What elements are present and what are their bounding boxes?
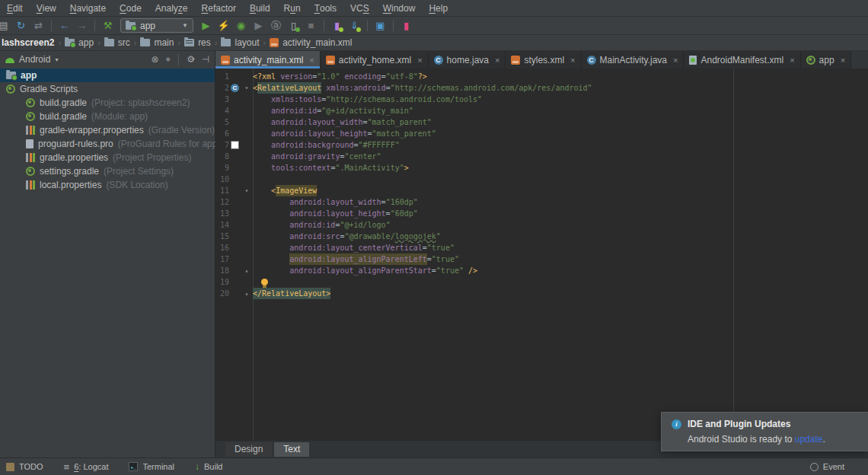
tree-item-settings-gradle[interactable]: settings.gradle(Project Settings) <box>0 164 215 178</box>
code-line: 16 android:layout_centerVertical="true" <box>215 242 868 253</box>
editor-mode-design[interactable]: Design <box>225 442 272 457</box>
run-icon[interactable]: ▶ <box>197 18 215 33</box>
tree-item-build-gradle[interactable]: build.gradle(Module: app) <box>0 110 215 123</box>
close-icon[interactable]: × <box>417 56 422 65</box>
attach-debugger-icon[interactable]: ▯ <box>285 18 302 33</box>
project-view-title[interactable]: Android <box>19 54 50 65</box>
tab-AndroidManifest-xml[interactable]: AndroidManifest.xml× <box>684 51 800 69</box>
terminal-icon <box>129 462 138 471</box>
sync-project-icon[interactable]: ↻ <box>12 18 30 33</box>
hide-panel-icon[interactable]: ⊣ <box>202 54 209 65</box>
menu-vcs[interactable]: VCS <box>343 0 376 16</box>
breadcrumb-item-main[interactable]: main <box>139 37 174 48</box>
fold-slot[interactable]: ▾ <box>241 185 253 196</box>
debug-icon[interactable]: ◉ <box>232 18 250 33</box>
gutter-icon-slot <box>229 142 241 148</box>
code-token: tools:context <box>271 162 330 174</box>
profile-icon[interactable]: ▶ <box>250 18 267 33</box>
gradle-icon <box>26 112 35 121</box>
profiler-icon[interactable]: ⓐ <box>267 18 285 33</box>
tree-item-Gradle-Scripts[interactable]: Gradle Scripts <box>0 82 215 96</box>
statusbar-build[interactable]: ↓Build <box>195 461 222 472</box>
tab-activity_home-xml[interactable]: activity_home.xml× <box>321 51 429 69</box>
code-area[interactable]: 1<?xml version="1.0" encoding="utf-8"?>2… <box>215 69 868 440</box>
menu-window[interactable]: Window <box>376 0 423 16</box>
notification-message-text: Android Studio is ready to <box>688 434 795 445</box>
stop-icon[interactable]: ■ <box>302 18 320 33</box>
class-icon: C <box>434 56 443 65</box>
breadcrumb-label: src <box>118 37 130 48</box>
breadcrumb-item-activity_main-xml[interactable]: activity_main.xml <box>269 37 353 48</box>
info-icon <box>672 419 681 429</box>
menu-analyze[interactable]: Analyze <box>148 0 195 16</box>
tab-styles-xml[interactable]: styles.xml× <box>506 51 581 69</box>
tree-item-gradle-properties[interactable]: gradle.properties(Project Properties) <box>0 151 215 164</box>
line-number: 8 <box>215 151 229 162</box>
locate-icon[interactable]: ⌖ <box>166 54 171 65</box>
breadcrumb-item-layout[interactable]: layout <box>220 37 260 48</box>
profile-apk-icon[interactable]: ▮ <box>397 18 415 33</box>
menu-view[interactable]: View <box>30 0 63 16</box>
update-link[interactable]: update <box>795 434 823 445</box>
intention-bulb-icon[interactable] <box>261 279 268 285</box>
breadcrumb-item-app[interactable]: app <box>64 37 94 48</box>
statusbar-todo[interactable]: TODO <box>6 462 43 471</box>
sdk-manager-icon[interactable]: ⇓ <box>346 18 363 33</box>
gradle-icon <box>6 84 15 94</box>
forward-icon[interactable]: → <box>73 18 91 33</box>
menu-help[interactable]: Help <box>422 0 455 16</box>
tab-home-java[interactable]: Chome.java× <box>429 51 506 69</box>
save-icon[interactable]: ▤ <box>0 18 12 33</box>
tree-item-local-properties[interactable]: local.properties(SDK Location) <box>0 178 215 192</box>
tree-item-app[interactable]: app <box>0 69 215 82</box>
statusbar-terminal[interactable]: Terminal <box>129 462 174 471</box>
close-icon[interactable]: × <box>495 56 499 65</box>
settings-gear-icon-wrap[interactable]: ⚙▾ <box>187 54 194 65</box>
menu-run[interactable]: Run <box>277 0 308 16</box>
fold-slot[interactable]: ▴ <box>241 265 253 276</box>
tree-item-gradle-wrapper-properties[interactable]: gradle-wrapper.properties(Gradle Version… <box>0 123 215 137</box>
tab-activity_main-xml[interactable]: activity_main.xml× <box>215 51 321 69</box>
breadcrumb-item-res[interactable]: res <box>183 37 212 48</box>
color-preview-chip[interactable] <box>231 142 238 148</box>
code-token: "center" <box>344 151 381 162</box>
menu-refactor[interactable]: Refactor <box>195 0 243 16</box>
run-configuration-select[interactable]: app▼ <box>120 18 193 33</box>
tab-app[interactable]: app× <box>801 51 851 69</box>
menu-build[interactable]: Build <box>243 0 277 16</box>
close-icon[interactable]: × <box>309 56 314 65</box>
breadcrumb-separator: › <box>134 38 137 47</box>
fold-slot[interactable]: ▴ <box>241 288 253 299</box>
tab-MainActivity-java[interactable]: CMainActivity.java× <box>582 51 685 69</box>
close-icon[interactable]: × <box>570 56 575 65</box>
panel-separator <box>178 54 179 65</box>
statusbar-logcat[interactable]: ≡6: Logcat <box>64 462 109 471</box>
code-token: version <box>280 71 312 82</box>
tree-item-proguard-rules-pro[interactable]: proguard-rules.pro(ProGuard Rules for ap… <box>0 137 215 151</box>
make-project-icon[interactable]: ⚒ <box>99 18 116 33</box>
refresh-icon[interactable]: ⇄ <box>30 18 47 33</box>
editor-mode-text[interactable]: Text <box>274 442 309 457</box>
close-icon[interactable]: × <box>673 56 678 65</box>
apply-changes-icon[interactable]: ⚡ <box>215 18 232 33</box>
statusbar-event[interactable]: Event <box>810 462 844 471</box>
close-icon[interactable]: × <box>841 56 845 65</box>
menu-tools[interactable]: Tools <box>308 0 343 16</box>
layout-inspector-icon[interactable]: ▣ <box>372 18 389 33</box>
class-badge-icon[interactable]: C <box>231 84 239 92</box>
avd-manager-icon[interactable]: ▮ <box>328 18 346 33</box>
tree-item-build-gradle[interactable]: build.gradle(Project: splashscreen2) <box>0 96 215 110</box>
close-icon[interactable]: × <box>790 56 794 65</box>
breadcrumb-item-src[interactable]: src <box>104 37 131 48</box>
breadcrumb-item-lashscreen2[interactable]: lashscreen2 <box>1 37 55 48</box>
back-icon[interactable]: ← <box>56 18 73 33</box>
breadcrumb: lashscreen2›app›src›main›res›layout›acti… <box>0 35 868 51</box>
collapse-all-icon[interactable]: ⊗ <box>151 54 158 65</box>
notification-popup[interactable]: IDE and Plugin Updates Android Studio is… <box>661 412 868 451</box>
menu-code[interactable]: Code <box>113 0 148 16</box>
code-editor[interactable]: 1<?xml version="1.0" encoding="utf-8"?>2… <box>215 69 868 440</box>
fold-slot[interactable]: ▾ <box>241 82 253 94</box>
menu-edit[interactable]: Edit <box>0 0 30 16</box>
code-token: "1.0" <box>317 71 340 82</box>
menu-navigate[interactable]: Navigate <box>63 0 113 16</box>
